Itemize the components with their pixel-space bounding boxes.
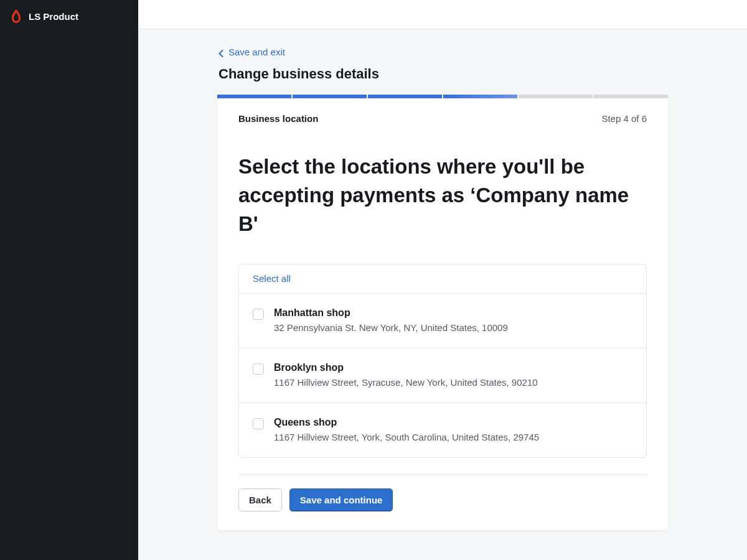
sidebar: LS Product xyxy=(0,0,138,560)
back-button[interactable]: Back xyxy=(238,488,282,511)
location-list: Select all Manhattan shop32 Pennsylvania… xyxy=(238,264,647,458)
card-header: Business location Step 4 of 6 xyxy=(238,113,647,124)
location-texts: Queens shop1167 Hillview Street, York, S… xyxy=(274,417,632,442)
progress-step xyxy=(519,95,593,98)
card-wrapper: Business location Step 4 of 6 Select the… xyxy=(217,95,668,530)
location-item[interactable]: Queens shop1167 Hillview Street, York, S… xyxy=(239,403,646,457)
save-and-exit-label: Save and exit xyxy=(228,47,285,57)
save-and-exit-link[interactable]: Save and exit xyxy=(218,47,285,57)
progress-step xyxy=(594,95,668,98)
select-all-link[interactable]: Select all xyxy=(253,273,291,284)
content: Save and exit Change business details Bu… xyxy=(138,29,747,560)
progress-step xyxy=(368,95,442,98)
location-checkbox[interactable] xyxy=(253,309,264,320)
location-name: Queens shop xyxy=(274,417,632,428)
location-name: Brooklyn shop xyxy=(274,362,632,373)
progress-step xyxy=(217,95,291,98)
flame-icon xyxy=(10,9,22,24)
location-name: Manhattan shop xyxy=(274,307,632,319)
page-header: Save and exit Change business details xyxy=(217,47,668,82)
location-address: 1167 Hillview Street, Syracuse, New York… xyxy=(274,377,632,388)
location-checkbox[interactable] xyxy=(253,363,264,375)
location-texts: Manhattan shop32 Pennsylvania St. New Yo… xyxy=(274,307,632,333)
main: Save and exit Change business details Bu… xyxy=(138,0,747,560)
chevron-left-icon xyxy=(218,49,223,56)
location-item[interactable]: Brooklyn shop1167 Hillview Street, Syrac… xyxy=(239,348,646,403)
location-checkbox[interactable] xyxy=(253,418,264,429)
step-label: Business location xyxy=(238,113,318,124)
select-all-row: Select all xyxy=(239,264,646,294)
page-title: Change business details xyxy=(218,66,668,82)
topbar xyxy=(138,0,747,29)
location-texts: Brooklyn shop1167 Hillview Street, Syrac… xyxy=(274,362,632,388)
progress-step xyxy=(293,95,367,98)
location-item[interactable]: Manhattan shop32 Pennsylvania St. New Yo… xyxy=(239,294,646,348)
location-address: 1167 Hillview Street, York, South Caroli… xyxy=(274,432,632,442)
wizard-card: Business location Step 4 of 6 Select the… xyxy=(217,98,668,530)
step-count: Step 4 of 6 xyxy=(601,113,647,124)
sidebar-header: LS Product xyxy=(0,0,138,32)
wizard-headline: Select the locations where you'll be acc… xyxy=(238,152,647,239)
save-and-continue-button[interactable]: Save and continue xyxy=(289,488,393,511)
brand-name: LS Product xyxy=(29,11,78,22)
location-address: 32 Pennsylvania St. New York, NY, United… xyxy=(274,322,632,333)
progress-step xyxy=(443,95,517,98)
divider xyxy=(238,474,647,475)
actions-row: Back Save and continue xyxy=(238,488,647,511)
